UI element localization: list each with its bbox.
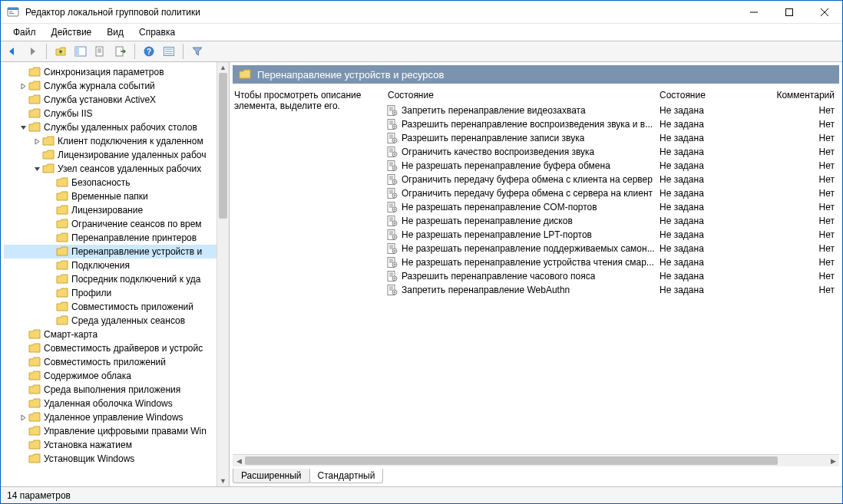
policy-setting-icon (386, 173, 398, 186)
column-header-state[interactable]: Состояние (660, 90, 773, 100)
tree-item[interactable]: Службы IIS (4, 107, 217, 120)
folder-icon (28, 80, 41, 92)
maximize-button[interactable] (772, 1, 807, 24)
policy-comment: Нет (773, 229, 839, 240)
tree-item[interactable]: Безопасность (4, 176, 217, 189)
list-body[interactable]: Запретить перенаправление видеозахватаНе… (386, 104, 839, 451)
tree-item[interactable]: Лицензирование (4, 203, 217, 217)
tree-item[interactable]: Содержимое облака (4, 369, 217, 383)
status-item-count: 14 параметров (7, 490, 71, 501)
scroll-down-arrow-icon[interactable]: ▼ (217, 476, 229, 486)
expand-icon[interactable] (18, 83, 28, 90)
tree-item[interactable]: Перенаправление устройств и (4, 245, 217, 259)
tree-item[interactable]: Посредник подключений к уда (4, 272, 217, 286)
tree[interactable]: Синхронизация параметровСлужба журнала с… (1, 62, 217, 486)
scrollbar-thumb[interactable] (219, 73, 227, 219)
policy-row[interactable]: Запретить перенаправление WebAuthnНе зад… (386, 283, 839, 297)
show-hide-tree-button[interactable] (72, 43, 89, 60)
tree-item[interactable]: Смарт-карта (4, 328, 217, 341)
policy-row[interactable]: Не разрешать перенаправление дисковНе за… (386, 214, 839, 228)
close-button[interactable] (807, 1, 842, 24)
policy-state: Не задана (660, 133, 773, 143)
expand-icon[interactable] (31, 138, 42, 145)
tree-item[interactable]: Совместимость драйверов и устройс (4, 341, 217, 355)
filter-button[interactable] (189, 43, 206, 60)
tree-item[interactable]: Служба журнала событий (4, 79, 217, 93)
tab-standard[interactable]: Стандартный (309, 469, 384, 483)
collapse-icon[interactable] (31, 166, 42, 173)
toolbar-separator (183, 44, 183, 59)
scrollbar-thumb[interactable] (245, 456, 778, 465)
tree-item[interactable]: Клиент подключения к удаленном (4, 134, 217, 148)
tree-vertical-scrollbar[interactable]: ▲ ▼ (217, 62, 229, 486)
tree-item[interactable]: Профили (4, 286, 217, 300)
tree-item[interactable]: Удаленная оболочка Windows (4, 397, 217, 410)
folder-icon (28, 411, 41, 423)
tree-item[interactable]: Узел сеансов удаленных рабочих (4, 162, 217, 176)
policy-state: Не задана (660, 229, 773, 240)
nav-back-button[interactable] (4, 43, 21, 60)
tree-item[interactable]: Управление цифровыми правами Win (4, 424, 217, 438)
policy-row[interactable]: Ограничить передачу буфера обмена с клие… (386, 173, 839, 186)
menu-help[interactable]: Справка (131, 25, 183, 39)
policy-row[interactable]: Запретить перенаправление видеозахватаНе… (386, 104, 839, 117)
tree-item[interactable]: Службы удаленных рабочих столов (4, 120, 217, 134)
menu-view[interactable]: Вид (99, 25, 131, 39)
tree-item[interactable]: Лицензирование удаленных рабоч (4, 148, 217, 162)
collapse-icon[interactable] (18, 124, 28, 131)
folder-icon (28, 328, 41, 341)
tree-item[interactable]: Установщик Windows (4, 452, 217, 466)
policy-comment: Нет (773, 188, 839, 199)
export-button[interactable] (112, 43, 129, 60)
view-tabs: Расширенный Стандартный (233, 466, 839, 483)
tree-item[interactable]: Совместимость приложений (4, 355, 217, 369)
expand-icon[interactable] (18, 414, 28, 421)
tree-item-label: Служба журнала событий (44, 81, 155, 91)
policy-row[interactable]: Ограничить качество воспроизведения звук… (386, 145, 839, 159)
policy-row[interactable]: Разрешить перенаправление часового пояса… (386, 269, 839, 283)
menu-action[interactable]: Действие (44, 25, 100, 39)
scroll-up-arrow-icon[interactable]: ▲ (217, 62, 229, 73)
policy-row[interactable]: Не разрешать перенаправление LPT-портовН… (386, 228, 839, 242)
tree-item[interactable]: Синхронизация параметров (4, 65, 217, 79)
tab-extended[interactable]: Расширенный (233, 469, 310, 483)
tree-item[interactable]: Среда выполнения приложения (4, 383, 217, 397)
column-header-name[interactable]: Состояние (386, 90, 660, 100)
folder-icon (56, 176, 68, 189)
policy-row[interactable]: Не разрешать перенаправление устройства … (386, 255, 839, 269)
policy-row[interactable]: Не разрешать перенаправление поддерживае… (386, 242, 839, 255)
policy-state: Не задана (660, 202, 773, 212)
tree-item[interactable]: Установка нажатием (4, 438, 217, 452)
policy-setting-icon (386, 215, 398, 227)
help-button[interactable]: ? (140, 43, 157, 60)
list-horizontal-scrollbar[interactable]: ◀ ▶ (233, 454, 839, 466)
tree-item[interactable]: Ограничение сеансов по врем (4, 217, 217, 231)
menu-file[interactable]: Файл (5, 25, 44, 39)
tree-item[interactable]: Удаленное управление Windows (4, 410, 217, 424)
body: Синхронизация параметровСлужба журнала с… (1, 62, 842, 486)
settings-list-button[interactable] (160, 43, 177, 60)
tree-item[interactable]: Совместимость приложений (4, 300, 217, 314)
properties-button[interactable] (92, 43, 109, 60)
tree-item[interactable]: Перенаправление принтеров (4, 231, 217, 245)
policy-row[interactable]: Ограничить передачу буфера обмена с серв… (386, 186, 839, 200)
scroll-right-arrow-icon[interactable]: ▶ (827, 455, 839, 466)
scroll-left-arrow-icon[interactable]: ◀ (233, 455, 245, 466)
tree-item[interactable]: Подключения (4, 259, 217, 272)
tree-item-label: Служба установки ActiveX (44, 94, 156, 105)
up-level-button[interactable] (52, 43, 69, 60)
minimize-button[interactable] (736, 1, 772, 24)
policy-row[interactable]: Разрешить перенаправление записи звукаНе… (386, 131, 839, 145)
tree-item-label: Содержимое облака (44, 371, 131, 381)
policy-row[interactable]: Разрешить перенаправление воспроизведени… (386, 117, 839, 131)
tree-item[interactable]: Временные папки (4, 189, 217, 203)
column-header-comment[interactable]: Комментарий (773, 90, 839, 100)
tree-item[interactable]: Служба установки ActiveX (4, 93, 217, 107)
tree-item[interactable]: Среда удаленных сеансов (4, 314, 217, 328)
policy-comment: Нет (773, 105, 839, 116)
nav-forward-button[interactable] (24, 43, 41, 60)
policy-row[interactable]: Не разрешать перенаправление буфера обме… (386, 159, 839, 173)
folder-icon (28, 107, 41, 120)
policy-row[interactable]: Не разрешать перенаправление COM-портовН… (386, 200, 839, 214)
category-header: Перенаправление устройств и ресурсов (233, 65, 839, 84)
